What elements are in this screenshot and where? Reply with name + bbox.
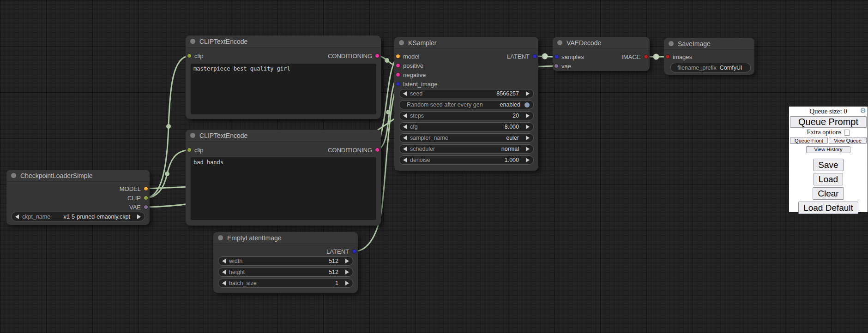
node-vae-decode[interactable]: VAEDecode samples vae IMAGE [553,37,650,71]
port-latent-icon[interactable] [352,249,356,254]
node-clip-text-encode-positive[interactable]: CLIPTextEncode clip CONDITIONING masterp… [186,36,381,119]
collapse-dot-icon[interactable] [190,39,195,44]
widget-seed[interactable]: seed 8566257 [399,89,534,98]
queue-front-button[interactable]: Queue Front [790,137,828,144]
port-conditioning-icon[interactable] [375,148,380,152]
prompt-textarea[interactable]: bad hands [191,157,376,220]
increment-arrow-icon[interactable] [137,214,141,219]
output-slot-vae[interactable]: VAE [129,203,148,211]
node-title-bar[interactable]: EmptyLatentImage [213,232,358,244]
load-button[interactable]: Load [814,173,843,185]
clear-button[interactable]: Clear [813,187,844,200]
node-title-bar[interactable]: KSampler [394,37,538,49]
node-title-bar[interactable]: CLIPTextEncode [186,36,381,48]
port-vae-icon[interactable] [144,205,148,209]
node-ksampler[interactable]: KSampler model positive negative latent_… [394,37,538,171]
collapse-dot-icon[interactable] [190,133,195,138]
settings-gear-icon[interactable]: ⚙ [860,107,866,115]
node-checkpoint-loader[interactable]: CheckpointLoaderSimple MODEL CLIP VAE ck… [6,170,150,225]
node-clip-text-encode-negative[interactable]: CLIPTextEncode clip CONDITIONING bad han… [186,130,381,226]
increment-arrow-icon[interactable] [345,281,349,285]
collapse-dot-icon[interactable] [218,235,223,240]
output-slot-conditioning[interactable]: CONDITIONING [328,146,380,154]
widget-height[interactable]: height 512 [218,268,353,277]
node-empty-latent-image[interactable]: EmptyLatentImage LATENT width 512 height… [213,232,358,293]
input-slot-latent-image[interactable]: latent_image [396,80,437,88]
port-conditioning-icon[interactable] [396,72,400,77]
port-conditioning-icon[interactable] [375,54,380,58]
collapse-dot-icon[interactable] [669,41,674,46]
widget-sampler-name[interactable]: sampler_name euler [399,133,534,143]
port-image-icon[interactable] [644,54,648,59]
output-slot-conditioning[interactable]: CONDITIONING [328,52,380,59]
decrement-arrow-icon[interactable] [403,147,407,151]
port-model-icon[interactable] [144,186,148,191]
node-title-bar[interactable]: CLIPTextEncode [186,130,381,142]
widget-ckpt-name[interactable]: ckpt_name v1-5-pruned-emaonly.ckpt [11,212,145,221]
port-conditioning-icon[interactable] [396,63,400,68]
collapse-dot-icon[interactable] [11,173,16,178]
port-latent-icon[interactable] [532,54,537,59]
input-slot-negative[interactable]: negative [396,71,426,78]
node-title-bar[interactable]: SaveImage [664,38,754,50]
input-slot-images[interactable]: images [665,53,692,60]
decrement-arrow-icon[interactable] [222,259,226,263]
port-clip-icon[interactable] [144,196,148,200]
node-title-bar[interactable]: VAEDecode [553,37,650,49]
node-graph-canvas[interactable]: CheckpointLoaderSimple MODEL CLIP VAE ck… [0,0,868,333]
port-latent-icon[interactable] [554,54,559,59]
increment-arrow-icon[interactable] [345,259,349,263]
prompt-textarea[interactable]: masterpiece best quality girl [191,64,376,114]
view-queue-button[interactable]: View Queue [829,137,867,144]
output-slot-latent[interactable]: LATENT [507,53,537,60]
port-image-icon[interactable] [665,54,670,59]
increment-arrow-icon[interactable] [526,125,530,129]
output-slot-image[interactable]: IMAGE [621,53,648,60]
widget-cfg[interactable]: cfg 8.000 [399,122,534,131]
node-title-bar[interactable]: CheckpointLoaderSimple [6,170,150,182]
increment-arrow-icon[interactable] [526,158,530,162]
output-slot-model[interactable]: MODEL [120,185,148,192]
decrement-arrow-icon[interactable] [403,158,407,162]
widget-steps[interactable]: steps 20 [399,111,534,120]
increment-arrow-icon[interactable] [526,113,530,118]
input-slot-vae[interactable]: vae [554,62,571,70]
node-save-image[interactable]: SaveImage images filename_prefix ComfyUI [664,38,754,75]
decrement-arrow-icon[interactable] [403,91,407,96]
load-default-button[interactable]: Load Default [798,202,858,214]
decrement-arrow-icon[interactable] [403,125,407,129]
decrement-arrow-icon[interactable] [222,281,226,285]
toggle-on-icon[interactable] [524,102,530,107]
extra-options-checkbox[interactable] [844,130,850,136]
output-slot-clip[interactable]: CLIP [127,194,148,202]
decrement-arrow-icon[interactable] [403,136,407,140]
port-latent-icon[interactable] [396,82,400,86]
input-slot-clip[interactable]: clip [187,52,204,59]
port-vae-icon[interactable] [554,64,559,68]
collapse-dot-icon[interactable] [399,40,404,45]
save-button[interactable]: Save [813,159,843,171]
widget-random-seed-toggle[interactable]: Random seed after every gen enabled [399,100,534,109]
collapse-dot-icon[interactable] [557,40,562,45]
widget-batch-size[interactable]: batch_size 1 [218,279,353,288]
increment-arrow-icon[interactable] [526,147,530,151]
increment-arrow-icon[interactable] [526,136,530,140]
queue-prompt-button[interactable]: Queue Prompt [790,116,867,128]
decrement-arrow-icon[interactable] [15,214,19,219]
widget-width[interactable]: width 512 [218,256,353,266]
decrement-arrow-icon[interactable] [403,113,407,118]
view-history-button[interactable]: View History [806,146,850,153]
input-slot-clip[interactable]: clip [187,146,204,154]
decrement-arrow-icon[interactable] [222,270,226,274]
output-slot-latent[interactable]: LATENT [326,248,356,255]
port-model-icon[interactable] [396,54,400,59]
port-clip-icon[interactable] [187,54,192,58]
increment-arrow-icon[interactable] [526,91,530,96]
input-slot-model[interactable]: model [396,53,419,60]
port-clip-icon[interactable] [187,148,192,152]
input-slot-samples[interactable]: samples [554,53,584,60]
widget-filename-prefix[interactable]: filename_prefix ComfyUI [670,63,751,72]
increment-arrow-icon[interactable] [345,270,349,274]
widget-scheduler[interactable]: scheduler normal [399,144,534,154]
widget-denoise[interactable]: denoise 1.000 [399,155,534,165]
